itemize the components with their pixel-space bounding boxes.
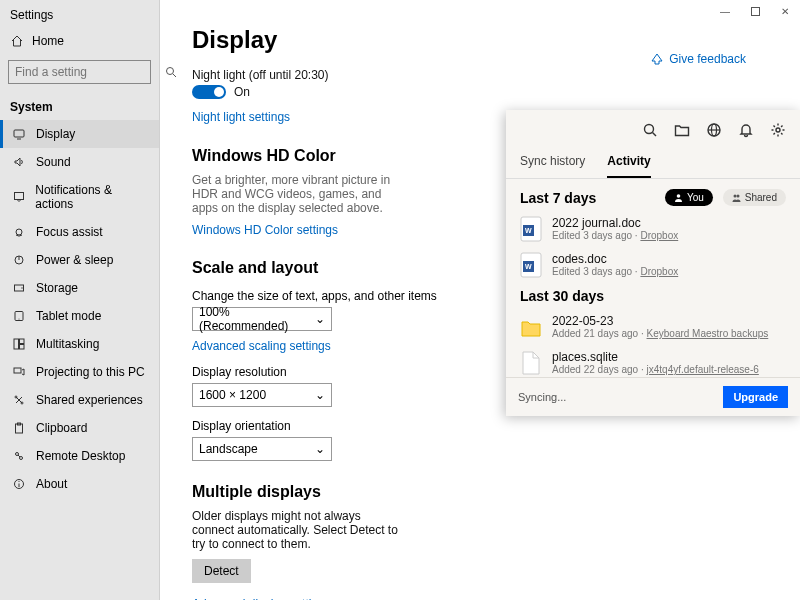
display-icon bbox=[12, 127, 26, 141]
sidebar-item-label: Remote Desktop bbox=[36, 449, 125, 463]
sidebar-item-notifications[interactable]: Notifications & actions bbox=[0, 176, 159, 218]
svg-point-35 bbox=[736, 195, 739, 198]
project-icon bbox=[12, 365, 26, 379]
doc-icon: W bbox=[520, 252, 542, 278]
sidebar-item-label: Sound bbox=[36, 155, 71, 169]
chevron-down-icon: ⌄ bbox=[315, 442, 325, 456]
svg-point-12 bbox=[19, 319, 20, 320]
sidebar-item-shared[interactable]: Shared experiences bbox=[0, 386, 159, 414]
orientation-label: Display orientation bbox=[192, 419, 780, 433]
sidebar-item-focus[interactable]: Focus assist bbox=[0, 218, 159, 246]
file-location[interactable]: Dropbox bbox=[640, 266, 678, 277]
file-name: codes.doc bbox=[552, 252, 678, 266]
detect-button[interactable]: Detect bbox=[192, 559, 251, 583]
folder-icon[interactable] bbox=[674, 122, 690, 138]
sidebar-item-label: Multitasking bbox=[36, 337, 99, 351]
file-meta: Edited 3 days ago · Dropbox bbox=[552, 266, 678, 277]
page-title: Display bbox=[192, 26, 780, 54]
person-icon bbox=[674, 193, 683, 202]
file-row[interactable]: W2022 journal.docEdited 3 days ago · Dro… bbox=[520, 216, 786, 242]
sound-icon bbox=[12, 155, 26, 169]
svg-point-10 bbox=[21, 287, 22, 288]
file-meta: Edited 3 days ago · Dropbox bbox=[552, 230, 678, 241]
tab-activity[interactable]: Activity bbox=[607, 146, 650, 178]
sidebar-item-label: Tablet mode bbox=[36, 309, 101, 323]
dropbox-panel: Sync history Activity Last 7 days You Sh… bbox=[506, 110, 800, 416]
svg-rect-3 bbox=[14, 130, 24, 137]
svg-point-33 bbox=[677, 194, 681, 198]
chevron-down-icon: ⌄ bbox=[315, 312, 325, 326]
scale-select[interactable]: 100% (Recommended)⌄ bbox=[192, 307, 332, 331]
resolution-select[interactable]: 1600 × 1200⌄ bbox=[192, 383, 332, 407]
upgrade-button[interactable]: Upgrade bbox=[723, 386, 788, 408]
sidebar-item-multitask[interactable]: Multitasking bbox=[0, 330, 159, 358]
people-icon bbox=[732, 193, 741, 202]
night-light-settings-link[interactable]: Night light settings bbox=[192, 110, 290, 124]
file-row[interactable]: places.sqliteAdded 22 days ago · jx4tq4y… bbox=[520, 350, 786, 376]
sidebar-item-label: Focus assist bbox=[36, 225, 103, 239]
shared-icon bbox=[12, 393, 26, 407]
sidebar-item-label: Display bbox=[36, 127, 75, 141]
bell-icon[interactable] bbox=[738, 122, 754, 138]
file-row[interactable]: Wcodes.docEdited 3 days ago · Dropbox bbox=[520, 252, 786, 278]
svg-rect-14 bbox=[20, 339, 25, 344]
doc-icon: W bbox=[520, 216, 542, 242]
sidebar-item-label: Shared experiences bbox=[36, 393, 143, 407]
remote-icon bbox=[12, 449, 26, 463]
sidebar-item-clipboard[interactable]: Clipboard bbox=[0, 414, 159, 442]
file-meta: Added 21 days ago · Keyboard Maestro bac… bbox=[552, 328, 768, 339]
group-last-30: Last 30 days bbox=[520, 288, 786, 304]
night-light-label: Night light (off until 20:30) bbox=[192, 68, 780, 82]
notifications-icon bbox=[12, 190, 25, 204]
orientation-select[interactable]: Landscape⌄ bbox=[192, 437, 332, 461]
sidebar-item-project[interactable]: Projecting to this PC bbox=[0, 358, 159, 386]
hd-color-desc: Get a brighter, more vibrant picture in … bbox=[192, 173, 402, 215]
group-last-7: Last 7 days bbox=[520, 190, 655, 206]
svg-point-32 bbox=[776, 128, 780, 132]
tab-sync-history[interactable]: Sync history bbox=[520, 146, 585, 178]
folder-icon bbox=[520, 314, 542, 340]
night-light-toggle[interactable] bbox=[192, 85, 226, 99]
multi-display-desc: Older displays might not always connect … bbox=[192, 509, 402, 551]
svg-point-34 bbox=[733, 195, 736, 198]
search-icon[interactable] bbox=[642, 122, 658, 138]
power-icon bbox=[12, 253, 26, 267]
file-location[interactable]: jx4tq4yf.default-release-6 bbox=[647, 364, 759, 375]
about-icon bbox=[12, 477, 26, 491]
file-icon bbox=[520, 350, 542, 376]
sidebar-item-tablet[interactable]: Tablet mode bbox=[0, 302, 159, 330]
globe-icon[interactable] bbox=[706, 122, 722, 138]
filter-shared[interactable]: Shared bbox=[723, 189, 786, 206]
sidebar-item-storage[interactable]: Storage bbox=[0, 274, 159, 302]
sidebar-item-label: Notifications & actions bbox=[35, 183, 147, 211]
sidebar-item-sound[interactable]: Sound bbox=[0, 148, 159, 176]
svg-rect-13 bbox=[14, 339, 19, 349]
home-label: Home bbox=[32, 34, 64, 48]
app-title: Settings bbox=[0, 0, 159, 28]
chevron-down-icon: ⌄ bbox=[315, 388, 325, 402]
sidebar-item-about[interactable]: About bbox=[0, 470, 159, 498]
sidebar-item-power[interactable]: Power & sleep bbox=[0, 246, 159, 274]
svg-point-26 bbox=[18, 481, 19, 482]
svg-point-6 bbox=[16, 229, 22, 235]
gear-icon[interactable] bbox=[770, 122, 786, 138]
multi-display-heading: Multiple displays bbox=[192, 483, 780, 501]
svg-text:W: W bbox=[525, 263, 532, 270]
storage-icon bbox=[12, 281, 26, 295]
file-location[interactable]: Keyboard Maestro backups bbox=[647, 328, 769, 339]
file-location[interactable]: Dropbox bbox=[640, 230, 678, 241]
sidebar-item-remote[interactable]: Remote Desktop bbox=[0, 442, 159, 470]
sidebar-item-label: Projecting to this PC bbox=[36, 365, 145, 379]
svg-line-28 bbox=[653, 133, 657, 137]
filter-you[interactable]: You bbox=[665, 189, 713, 206]
tablet-icon bbox=[12, 309, 26, 323]
search-input[interactable] bbox=[15, 65, 165, 79]
category-header: System bbox=[0, 90, 159, 120]
home-nav[interactable]: Home bbox=[0, 28, 159, 54]
search-box[interactable] bbox=[8, 60, 151, 84]
sidebar-item-display[interactable]: Display bbox=[0, 120, 159, 148]
svg-rect-16 bbox=[14, 368, 21, 373]
toggle-state: On bbox=[234, 85, 250, 99]
file-row[interactable]: 2022-05-23Added 21 days ago · Keyboard M… bbox=[520, 314, 786, 340]
home-icon bbox=[10, 34, 24, 48]
